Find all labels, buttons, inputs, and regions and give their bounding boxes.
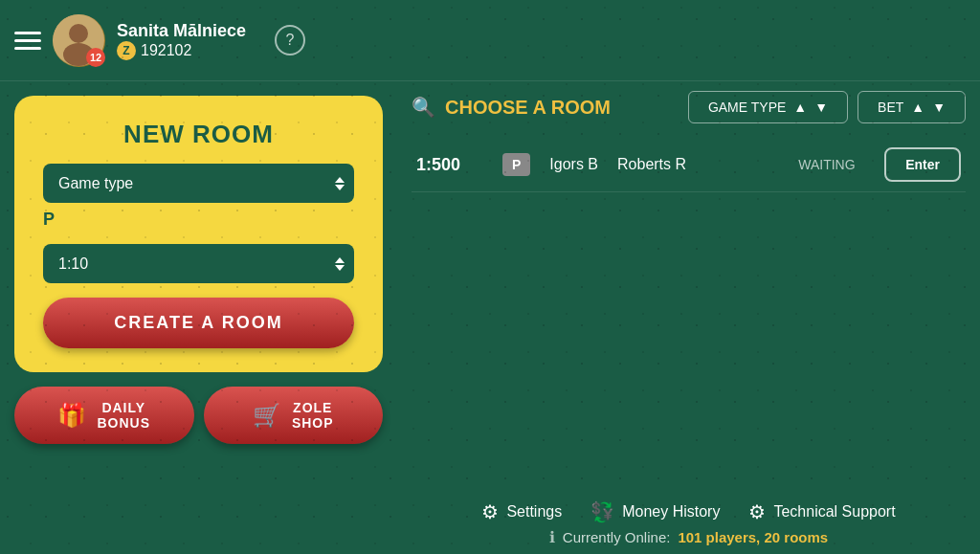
bet-select[interactable]: 1:10: [43, 244, 354, 283]
cart-icon: 🛒: [253, 402, 282, 429]
footer: ⚙ Settings 💱 Money History ⚙ Technical S…: [397, 493, 980, 554]
player1-name: Igors B: [549, 156, 598, 173]
footer-links: ⚙ Settings 💱 Money History ⚙ Technical S…: [481, 500, 895, 523]
menu-button[interactable]: [14, 32, 41, 50]
create-room-button[interactable]: CREATE A ROOM: [43, 298, 354, 348]
room-type-badge: P: [502, 153, 530, 176]
online-text: Currently Online:: [563, 529, 671, 545]
main-content: NEW ROOM Game type P 1:10 CREATE A ROOM: [0, 81, 980, 554]
daily-bonus-button[interactable]: 🎁 DAILY BONUS: [14, 387, 194, 444]
game-type-filter-button[interactable]: GAME TYPE ▲ ▼: [688, 91, 848, 123]
money-history-icon: 💱: [590, 500, 614, 523]
balance-amount: 192102: [141, 42, 191, 59]
avatar-container: 12: [53, 14, 105, 67]
user-info: Sanita Mālniece Z 192102: [117, 21, 246, 60]
money-history-link[interactable]: 💱 Money History: [590, 500, 720, 523]
settings-link[interactable]: ⚙ Settings: [481, 500, 562, 523]
notification-badge: 12: [86, 48, 105, 67]
bet-container: 1:10: [43, 244, 354, 283]
room-status: WAITING: [798, 157, 865, 172]
technical-support-icon: ⚙: [748, 500, 766, 523]
money-history-label: Money History: [622, 503, 720, 521]
right-panel: 🔍 CHOOSE A ROOM GAME TYPE ▲ ▼ BET ▲ ▼ 1:…: [397, 81, 980, 554]
settings-label: Settings: [506, 503, 562, 521]
help-button[interactable]: ?: [275, 25, 305, 55]
enter-room-button[interactable]: Enter: [884, 147, 961, 182]
bet-filter-label: BET: [878, 100, 903, 115]
game-type-filter-arrow-down-icon: ▼: [814, 100, 828, 115]
username: Sanita Mālniece: [117, 21, 246, 41]
header: 12 Sanita Mālniece Z 192102 ?: [0, 0, 980, 81]
bet-filter-arrow-down-icon: ▼: [932, 100, 946, 115]
room-players: Igors B Roberts R: [549, 156, 779, 173]
search-icon: 🔍: [412, 96, 435, 119]
settings-icon: ⚙: [481, 500, 499, 523]
gift-icon: 🎁: [57, 402, 87, 429]
new-room-title: NEW ROOM: [123, 120, 274, 149]
game-type-filter-label: GAME TYPE: [708, 100, 786, 115]
bet-filter-button[interactable]: BET ▲ ▼: [858, 91, 966, 123]
zole-currency-icon: Z: [117, 41, 136, 60]
room-list: 1:500 P Igors B Roberts R WAITING Enter: [412, 138, 966, 544]
choose-room-label: CHOOSE A ROOM: [445, 97, 611, 119]
technical-support-label: Technical Support: [773, 503, 895, 521]
svg-point-1: [69, 24, 88, 43]
online-count: 101 players, 20 rooms: [678, 529, 828, 545]
choose-room-header: 🔍 CHOOSE A ROOM GAME TYPE ▲ ▼ BET ▲ ▼: [412, 91, 966, 123]
zole-shop-label: ZOLE SHOP: [292, 400, 334, 431]
game-type-container: Game type: [43, 164, 354, 203]
technical-support-link[interactable]: ⚙ Technical Support: [748, 500, 895, 523]
left-panel: NEW ROOM Game type P 1:10 CREATE A ROOM: [0, 81, 397, 554]
game-type-select[interactable]: Game type: [43, 164, 354, 203]
zole-shop-button[interactable]: 🛒 ZOLE SHOP: [204, 387, 384, 444]
game-type-filter-arrow-up-icon: ▲: [793, 100, 807, 115]
bottom-buttons: 🎁 DAILY BONUS 🛒 ZOLE SHOP: [14, 387, 383, 444]
new-room-card: NEW ROOM Game type P 1:10 CREATE A ROOM: [14, 96, 383, 372]
balance-row: Z 192102: [117, 41, 246, 60]
filters: GAME TYPE ▲ ▼ BET ▲ ▼: [688, 91, 966, 123]
p-label: P: [43, 210, 55, 230]
daily-bonus-label: DAILY BONUS: [97, 400, 150, 431]
table-row: 1:500 P Igors B Roberts R WAITING Enter: [412, 138, 966, 192]
online-status: ℹ Currently Online: 101 players, 20 room…: [549, 528, 828, 546]
info-icon: ℹ: [549, 528, 555, 546]
bet-filter-arrow-up-icon: ▲: [911, 100, 924, 115]
room-bet: 1:500: [416, 155, 483, 175]
choose-room-title: 🔍 CHOOSE A ROOM: [412, 96, 611, 119]
player2-name: Roberts R: [617, 156, 686, 173]
